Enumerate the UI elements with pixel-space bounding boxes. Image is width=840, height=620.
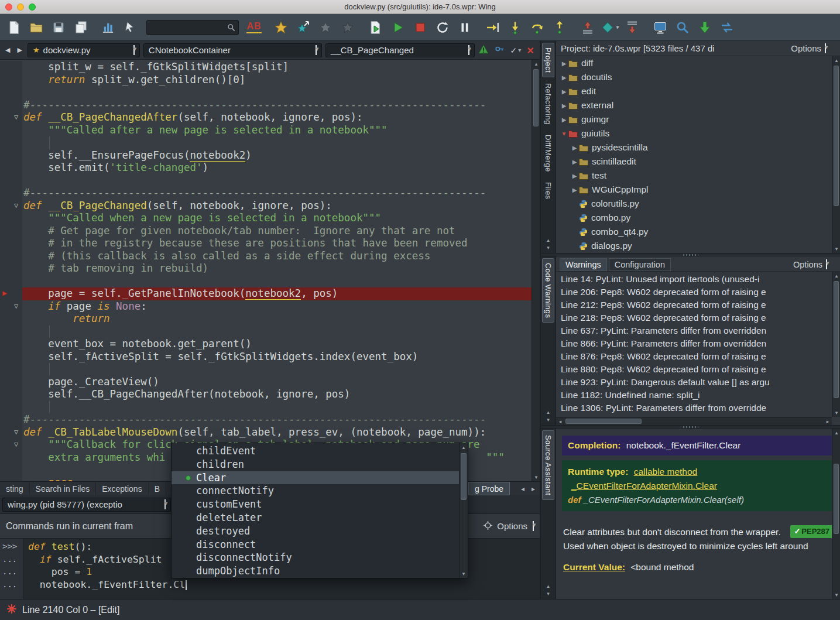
fold-gutter[interactable] xyxy=(10,212,22,225)
vertical-tab-refactoring[interactable]: Refactoring xyxy=(543,79,554,129)
tree-item-guiutils[interactable]: ▼guiutils xyxy=(556,126,832,141)
debug-restart-button[interactable] xyxy=(433,18,452,37)
toolbar-search-input[interactable] xyxy=(150,23,227,32)
warning-item[interactable]: Line 218: Pep8: W602 deprecated form of … xyxy=(556,311,832,324)
warning-item[interactable]: Line 1182: Undefined name: split_i xyxy=(556,389,832,402)
frame-down-button[interactable] xyxy=(623,18,642,37)
fold-gutter[interactable] xyxy=(10,149,22,162)
tree-item-combo-py[interactable]: combo.py xyxy=(556,211,832,225)
warning-item[interactable]: Line 880: Pep8: W602 deprecated form of … xyxy=(556,363,832,376)
tree-item-guimgr[interactable]: ▶guimgr xyxy=(556,112,832,126)
debug-console-button[interactable] xyxy=(651,18,670,37)
zoom-window-button[interactable] xyxy=(29,4,36,11)
warning-item[interactable]: Line 866: PyLint: Parameters differ from… xyxy=(556,337,832,350)
step-over-button[interactable] xyxy=(528,18,547,37)
scroll-down-icon[interactable]: ▾ xyxy=(460,570,468,578)
scroll-down-icon[interactable]: ▾ xyxy=(532,473,540,481)
code-analysis-icon[interactable] xyxy=(495,44,505,56)
scroll-up-icon[interactable]: ▴ xyxy=(832,272,840,280)
fold-marker-icon[interactable]: ▽ xyxy=(14,426,18,439)
tab-configuration[interactable]: Configuration xyxy=(609,258,671,271)
fold-marker-icon[interactable]: ▽ xyxy=(14,439,18,451)
completion-item[interactable]: disconnect xyxy=(172,538,459,552)
tab-sting[interactable]: sting xyxy=(0,482,30,495)
breakpoint-gutter[interactable] xyxy=(0,439,10,451)
tree-item-wguicppimpl[interactable]: ▶WGuiCppImpl xyxy=(556,183,832,197)
breakpoint-gutter[interactable] xyxy=(0,250,10,263)
runtime-symbol-link[interactable]: _CEventFilterForAdapterMixin.Clear xyxy=(571,481,717,491)
probe-options-button[interactable]: Options xyxy=(497,521,527,531)
fold-gutter[interactable] xyxy=(10,313,22,326)
breakpoint-gutter[interactable] xyxy=(0,61,10,74)
fold-gutter[interactable] xyxy=(10,174,22,187)
minimize-window-button[interactable] xyxy=(17,4,24,11)
fold-gutter[interactable] xyxy=(10,74,22,87)
breakpoint-gutter[interactable] xyxy=(0,187,10,200)
expander-icon[interactable]: ▶ xyxy=(570,187,579,193)
fold-gutter[interactable]: ▽ xyxy=(10,300,22,313)
warnings-hscrollbar[interactable]: ◂ ▸ xyxy=(556,417,832,425)
bookmark-goto-button[interactable] xyxy=(294,18,313,37)
toolbar-search[interactable] xyxy=(146,20,239,35)
tab-warnings[interactable]: Warnings xyxy=(560,258,607,271)
breakpoint-gutter[interactable] xyxy=(0,401,10,414)
spellcheck-button[interactable]: AB xyxy=(245,18,263,37)
vertical-tab-diff-merge[interactable]: Diff/Merge xyxy=(543,131,554,176)
expander-icon[interactable]: ▶ xyxy=(560,88,568,95)
breakpoint-gutter[interactable] xyxy=(0,275,10,288)
breakpoint-gutter[interactable] xyxy=(0,464,10,477)
fold-gutter[interactable] xyxy=(10,388,22,401)
tab-b[interactable]: B xyxy=(149,482,166,495)
breakpoint-gutter[interactable] xyxy=(0,287,10,300)
strip-scroll-down-icon[interactable]: ▾ xyxy=(547,591,550,597)
project-options-button[interactable]: Options ▾ xyxy=(791,43,835,53)
warning-item[interactable]: Line 637: PyLint: Parameters differ from… xyxy=(556,324,832,337)
select-cursor-button[interactable] xyxy=(121,18,139,37)
tab-search-in-files[interactable]: Search in Files xyxy=(30,482,97,495)
scrollbar-thumb[interactable] xyxy=(834,66,839,206)
strip-scroll-up-icon[interactable]: ▴ xyxy=(547,409,550,415)
fold-gutter[interactable] xyxy=(10,99,22,112)
tree-item-docutils[interactable]: ▶docutils xyxy=(556,70,832,84)
run-to-cursor-button[interactable] xyxy=(484,18,502,37)
fold-gutter[interactable] xyxy=(10,413,22,426)
vertical-tab-code-warnings[interactable]: Code Warnings xyxy=(542,258,554,323)
editor-menu-button[interactable]: ✓ ▾ xyxy=(510,46,522,55)
completion-item[interactable]: dumpObjectInfo xyxy=(172,564,459,578)
compare-files-button[interactable] xyxy=(718,18,736,37)
scroll-down-icon[interactable]: ▾ xyxy=(832,591,840,599)
warnings-scrollbar[interactable]: ▴ ▾ xyxy=(832,272,840,417)
completion-item[interactable]: destroyed xyxy=(172,525,459,538)
fold-gutter[interactable]: ▽ xyxy=(10,426,22,439)
fold-gutter[interactable] xyxy=(10,250,22,263)
frame-up-button[interactable] xyxy=(578,18,597,37)
fold-gutter[interactable] xyxy=(10,136,22,149)
strip-scroll-down-icon[interactable]: ▾ xyxy=(547,245,550,251)
expander-icon[interactable]: ▶ xyxy=(560,74,568,81)
symbol-dropdown[interactable]: __CB_PageChanged ▾ xyxy=(325,43,474,57)
breakpoint-gutter[interactable] xyxy=(0,237,10,250)
breakpoint-gutter[interactable] xyxy=(0,376,10,389)
breakpoint-gutter[interactable] xyxy=(0,338,10,351)
tree-item-external[interactable]: ▶external xyxy=(556,98,832,112)
fold-gutter[interactable] xyxy=(10,124,22,137)
breakpoint-gutter[interactable] xyxy=(0,86,10,99)
fold-gutter[interactable] xyxy=(10,363,22,376)
completion-item[interactable]: children xyxy=(172,458,459,471)
breakpoint-gutter[interactable] xyxy=(0,262,10,275)
expander-icon[interactable]: ▶ xyxy=(570,159,579,165)
scroll-down-icon[interactable]: ▾ xyxy=(832,409,840,417)
bookmark-prev-button[interactable] xyxy=(316,18,335,37)
tree-item-pysidescintilla[interactable]: ▶pysidescintilla xyxy=(556,141,832,155)
scroll-left-icon[interactable]: ◂ xyxy=(556,417,564,425)
fold-gutter[interactable] xyxy=(10,237,22,250)
fold-gutter[interactable] xyxy=(10,86,22,99)
breakpoint-gutter[interactable] xyxy=(0,451,10,464)
step-into-button[interactable] xyxy=(506,18,524,37)
scrollbar-thumb[interactable] xyxy=(834,281,839,398)
close-file-button[interactable]: × xyxy=(527,44,534,56)
strip-scroll-up-icon[interactable]: ▴ xyxy=(547,237,550,243)
debug-target-dropdown[interactable]: wing.py (pid 85777) (exceptio ▾ xyxy=(2,498,171,512)
breakpoint-gutter[interactable] xyxy=(0,111,10,124)
thread-select-button[interactable]: ▾ xyxy=(601,18,619,37)
